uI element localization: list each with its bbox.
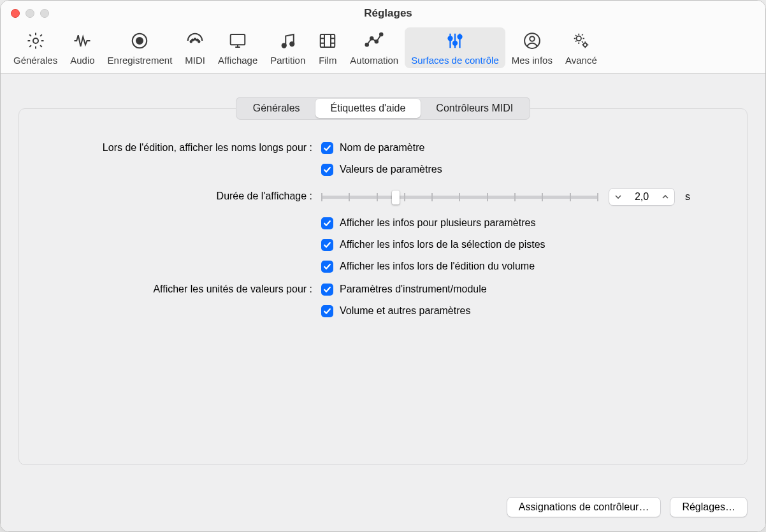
- tab-audio[interactable]: Audio: [64, 27, 101, 68]
- music-note-icon: [278, 31, 298, 52]
- checkmark-icon: [321, 261, 333, 273]
- checkmark-icon: [321, 217, 333, 229]
- tab-label: Mes infos: [512, 55, 553, 66]
- checkbox-label: Afficher les infos lors de la sélection …: [340, 236, 546, 253]
- tab-film[interactable]: Film: [312, 27, 343, 68]
- svg-rect-8: [231, 34, 245, 45]
- svg-point-17: [453, 41, 457, 45]
- svg-point-18: [458, 35, 461, 39]
- prefs-body: Générales Étiquettes d'aide Contrôleurs …: [1, 74, 765, 531]
- svg-point-7: [197, 40, 199, 41]
- svg-point-2: [136, 38, 143, 44]
- unit-label: s: [685, 191, 690, 203]
- tab-partition[interactable]: Partition: [264, 27, 312, 68]
- settings-window: Réglages Générales Audio Enregistrement: [0, 0, 766, 532]
- svg-point-16: [448, 36, 452, 40]
- tab-label: Audio: [70, 55, 94, 66]
- tab-surfaces-de-controle[interactable]: Surfaces de contrôle: [405, 27, 505, 68]
- svg-point-15: [380, 33, 383, 36]
- svg-point-9: [282, 43, 285, 47]
- svg-point-21: [576, 36, 581, 41]
- chevron-down-icon[interactable]: [609, 189, 627, 205]
- checkbox-label: Paramètres d'instrument/module: [340, 281, 487, 298]
- subtab-etiquettes-aide[interactable]: Étiquettes d'aide: [315, 99, 421, 118]
- chevron-up-icon[interactable]: [656, 189, 674, 205]
- label-display-time: Durée de l'affichage :: [19, 188, 321, 205]
- svg-point-0: [33, 38, 38, 43]
- tab-label: MIDI: [185, 55, 205, 66]
- svg-point-5: [198, 41, 200, 43]
- checkbox-volume-other[interactable]: Volume et autres paramètres: [321, 303, 747, 319]
- tab-enregistrement[interactable]: Enregistrement: [101, 27, 179, 68]
- display-time-stepper[interactable]: 2,0: [609, 188, 675, 206]
- stepper-value: 2,0: [627, 191, 656, 203]
- settings-panel: Lors de l'édition, afficher les noms lon…: [18, 108, 748, 465]
- window-title: Réglages: [11, 7, 765, 20]
- svg-rect-11: [321, 34, 335, 47]
- reglages-button[interactable]: Réglages…: [670, 497, 748, 517]
- film-icon: [318, 31, 337, 52]
- checkbox-param-name[interactable]: Nom de paramètre: [321, 140, 747, 156]
- checkmark-icon: [321, 305, 333, 317]
- checkbox-param-values[interactable]: Valeurs de paramètres: [321, 161, 747, 178]
- automation-icon: [365, 31, 384, 52]
- display-time-slider[interactable]: [321, 189, 598, 205]
- tab-label: Enregistrement: [108, 55, 173, 66]
- svg-point-22: [583, 43, 587, 47]
- checkbox-volume-edit[interactable]: Afficher les infos lors de l'édition du …: [321, 258, 747, 275]
- checkbox-track-select[interactable]: Afficher les infos lors de la sélection …: [321, 236, 747, 253]
- record-icon: [130, 31, 149, 52]
- person-circle-icon: [523, 31, 542, 52]
- waveform-icon: [73, 31, 92, 52]
- svg-point-3: [191, 41, 192, 43]
- tab-label: Automation: [350, 55, 398, 66]
- svg-point-4: [194, 38, 196, 40]
- gear-icon: [26, 31, 45, 52]
- midi-icon: [185, 31, 205, 52]
- svg-point-20: [530, 36, 535, 41]
- svg-point-14: [375, 40, 379, 43]
- tab-automation[interactable]: Automation: [343, 27, 405, 68]
- footer-buttons: Assignations de contrôleur… Réglages…: [507, 497, 748, 517]
- checkbox-label: Nom de paramètre: [340, 140, 424, 156]
- svg-point-10: [290, 42, 294, 46]
- tab-label: Surfaces de contrôle: [411, 55, 499, 66]
- checkmark-icon: [321, 164, 333, 176]
- prefs-toolbar: Générales Audio Enregistrement MIDI: [1, 26, 765, 74]
- tab-affichage[interactable]: Affichage: [212, 27, 264, 68]
- tab-label: Générales: [13, 55, 57, 66]
- label-long-names: Lors de l'édition, afficher les noms lon…: [19, 140, 321, 156]
- assignations-button[interactable]: Assignations de contrôleur…: [507, 497, 661, 517]
- checkbox-multi-param[interactable]: Afficher les infos pour plusieurs paramè…: [321, 215, 747, 231]
- subtab-generales[interactable]: Générales: [238, 99, 315, 118]
- label-value-units: Afficher les unités de valeurs pour :: [19, 281, 321, 298]
- double-gear-icon: [572, 31, 591, 52]
- checkmark-icon: [321, 142, 333, 154]
- tab-label: Film: [319, 55, 336, 66]
- tab-avance[interactable]: Avancé: [559, 27, 603, 68]
- checkbox-label: Valeurs de paramètres: [340, 161, 442, 178]
- checkbox-label: Afficher les infos lors de l'édition du …: [340, 258, 535, 275]
- svg-point-6: [192, 40, 194, 41]
- tab-label: Avancé: [565, 55, 597, 66]
- checkmark-icon: [321, 284, 333, 296]
- tab-generales[interactable]: Générales: [7, 27, 64, 68]
- display-icon: [228, 31, 247, 52]
- tab-midi[interactable]: MIDI: [178, 27, 212, 68]
- subtab-controleurs-midi[interactable]: Contrôleurs MIDI: [421, 99, 528, 118]
- svg-point-12: [366, 43, 369, 47]
- subtabs: Générales Étiquettes d'aide Contrôleurs …: [1, 97, 765, 120]
- tab-label: Partition: [270, 55, 305, 66]
- sliders-icon: [445, 31, 465, 52]
- checkbox-instrument[interactable]: Paramètres d'instrument/module: [321, 281, 747, 298]
- checkbox-label: Volume et autres paramètres: [340, 303, 470, 319]
- checkmark-icon: [321, 239, 333, 251]
- tab-label: Affichage: [218, 55, 257, 66]
- checkbox-label: Afficher les infos pour plusieurs paramè…: [340, 215, 535, 231]
- tab-mes-infos[interactable]: Mes infos: [505, 27, 559, 68]
- svg-point-13: [370, 37, 373, 40]
- titlebar: Réglages: [1, 1, 765, 26]
